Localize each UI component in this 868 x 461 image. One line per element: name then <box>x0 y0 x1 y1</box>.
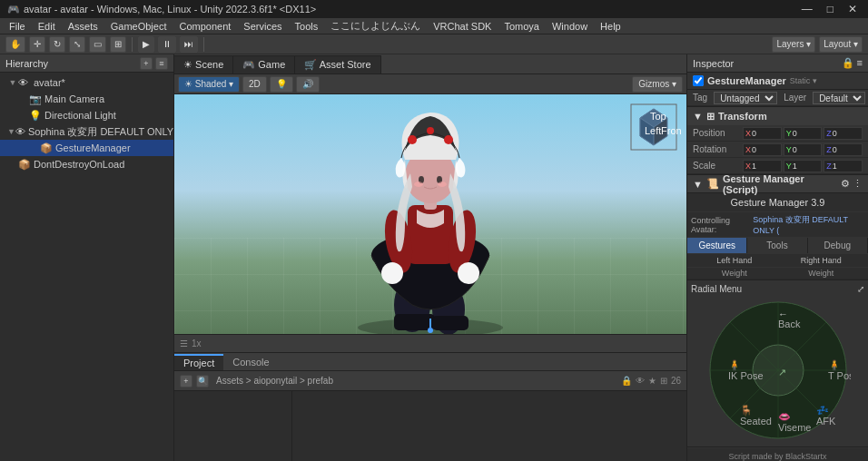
svg-text:🧍: 🧍 <box>828 358 841 371</box>
svg-text:IK Pose: IK Pose <box>728 370 764 381</box>
scale-x[interactable]: X1 <box>743 160 782 172</box>
rotation-z[interactable]: Z0 <box>824 143 863 156</box>
menu-help[interactable]: Help <box>595 20 626 33</box>
menu-edit[interactable]: Edit <box>33 20 61 33</box>
transform-tool[interactable]: ⊞ <box>110 36 126 53</box>
radial-expand-icon[interactable]: ⤢ <box>857 284 864 294</box>
layers-button[interactable]: Layers ▾ <box>772 36 815 53</box>
menu-gameobject[interactable]: GameObject <box>105 20 173 33</box>
rotation-y[interactable]: Y0 <box>784 143 823 156</box>
tab-console[interactable]: Console <box>223 354 278 370</box>
scene-nav-cube[interactable]: Top Left Front <box>626 100 681 154</box>
tab-game[interactable]: 🎮 Game <box>233 55 295 74</box>
scale-z[interactable]: Z1 <box>824 160 863 172</box>
hierarchy-item[interactable]: 📦 GestureManager <box>0 140 173 156</box>
static-label: Static ▾ <box>790 76 817 85</box>
move-tool[interactable]: ✛ <box>29 36 45 53</box>
gesture-tab-debug[interactable]: Debug <box>808 238 868 253</box>
svg-point-14 <box>427 127 434 134</box>
tab-project[interactable]: Project <box>174 354 223 370</box>
audio-btn[interactable]: 🔊 <box>296 76 320 93</box>
svg-point-10 <box>458 262 479 284</box>
maximize-button[interactable]: □ <box>824 3 837 15</box>
pause-button[interactable]: ⏸ <box>158 36 176 53</box>
play-button[interactable]: ▶ <box>138 36 154 53</box>
menu-assets[interactable]: Assets <box>63 20 104 33</box>
assets-toolbar-right: 🔒 👁 ★ ⊞ 26 <box>621 376 681 386</box>
gesture-weight-row: Weight Weight <box>687 268 868 280</box>
gizmos-btn[interactable]: Gizmos ▾ <box>632 76 683 93</box>
menu-vrchat-sdk[interactable]: VRChat SDK <box>428 20 497 33</box>
scene-toolbar: ☀ Shaded ▾ 2D 💡 🔊 Gizmos ▾ <box>174 74 686 94</box>
light-btn[interactable]: 💡 <box>270 76 293 93</box>
gesture-menu-icon[interactable]: ⋮ <box>853 178 863 190</box>
scene-view[interactable]: Top Left Front <box>174 94 686 334</box>
menu-japanese[interactable]: ここにしよじんぶん <box>325 18 426 34</box>
minimize-button[interactable]: — <box>798 3 816 15</box>
scene-coords: ☰ <box>180 338 188 348</box>
rect-tool[interactable]: ▭ <box>89 36 106 53</box>
gesture-tab-tools[interactable]: Tools <box>747 238 807 253</box>
rotation-x[interactable]: X0 <box>743 143 782 156</box>
assets-search-btn[interactable]: 🔍 <box>196 375 209 387</box>
position-x[interactable]: X0 <box>743 127 782 140</box>
tab-scene[interactable]: ☀ Scene <box>174 55 233 74</box>
inspector-lock-icon[interactable]: 🔒 <box>842 57 854 69</box>
menu-tools[interactable]: Tools <box>290 20 324 33</box>
hand-tool[interactable]: ✋ <box>5 36 25 53</box>
svg-point-15 <box>444 135 453 144</box>
close-button[interactable]: ✕ <box>844 3 861 15</box>
hierarchy-add-btn[interactable]: + <box>140 57 153 70</box>
hierarchy-menu-btn[interactable]: ≡ <box>155 57 168 70</box>
menu-window[interactable]: Window <box>547 20 593 33</box>
svg-text:Left: Left <box>645 125 661 136</box>
app-icon: 🎮 <box>7 4 20 15</box>
svg-rect-6 <box>408 205 453 264</box>
inspector-menu-icon[interactable]: ≡ <box>857 57 863 69</box>
hierarchy-item[interactable]: 📷 Main Camera <box>0 91 173 107</box>
hierarchy-item[interactable]: ▼ 👁 Sophina 改変用 DEFAULT ONLY (Pink) (Rou… <box>0 123 173 140</box>
layer-select[interactable]: Default <box>813 92 865 104</box>
transform-header[interactable]: ▼ ⊞ Transform <box>687 107 868 125</box>
radial-menu-section: Radial Menu ⤢ ← Back <box>687 280 868 447</box>
assets-content <box>292 391 686 461</box>
gesture-manager-title: Gesture Manager 3.9 <box>687 193 868 212</box>
layout-button[interactable]: Layout ▾ <box>819 36 863 53</box>
position-y[interactable]: Y0 <box>784 127 823 140</box>
menu-component[interactable]: Component <box>173 20 236 33</box>
title-bar-controls: — □ ✕ <box>798 3 861 15</box>
svg-text:Front: Front <box>661 125 681 136</box>
hierarchy-item[interactable]: 💡 Directional Light <box>0 107 173 123</box>
step-button[interactable]: ⏭ <box>180 36 198 53</box>
gesture-settings-icon[interactable]: ⚙ <box>841 178 850 190</box>
scale-y[interactable]: Y1 <box>784 160 823 172</box>
menu-tomoya[interactable]: Tomoya <box>498 20 545 33</box>
tag-select[interactable]: Untagged <box>714 92 777 104</box>
assets-count: 26 <box>671 376 681 386</box>
shaded-btn[interactable]: ☀ Shaded ▾ <box>178 76 240 93</box>
menu-services[interactable]: Services <box>238 20 287 33</box>
gesture-tab-gestures[interactable]: Gestures <box>687 238 747 253</box>
rotate-tool[interactable]: ↻ <box>49 36 65 53</box>
component-enabled-checkbox[interactable] <box>693 75 704 86</box>
2d-btn[interactable]: 2D <box>242 76 267 93</box>
svg-rect-4 <box>432 316 469 330</box>
component-name: GestureManager <box>707 75 786 86</box>
position-z[interactable]: Z0 <box>824 127 863 140</box>
component-name-section: GestureManager Static ▾ Tag Untagged Lay… <box>687 73 868 107</box>
svg-point-19 <box>438 181 447 187</box>
tag-row: Tag Untagged Layer Default <box>687 90 868 106</box>
menu-file[interactable]: File <box>4 20 31 33</box>
scene-tabs: ☀ Scene 🎮 Game 🛒 Asset Store <box>174 54 686 74</box>
hierarchy-tree: ▼ 👁 avatar* 📷 Main Camera 💡 Directional … <box>0 73 173 461</box>
assets-add-btn[interactable]: + <box>180 375 192 387</box>
svg-text:Top: Top <box>650 111 666 122</box>
scale-tool[interactable]: ⤡ <box>69 36 85 53</box>
hierarchy-item[interactable]: ▼ 👁 avatar* <box>0 74 173 91</box>
avatar-character <box>330 94 530 334</box>
assets-left-panel <box>174 391 292 461</box>
gesture-section-header[interactable]: ▼ 📜 Gesture Manager (Script) ⚙ ⋮ <box>687 175 868 193</box>
tab-asset-store[interactable]: 🛒 Asset Store <box>295 55 380 74</box>
title-bar: 🎮 avatar - avatar - Windows, Mac, Linux … <box>0 0 868 18</box>
hierarchy-item[interactable]: 📦 DontDestroyOnLoad <box>0 156 173 172</box>
